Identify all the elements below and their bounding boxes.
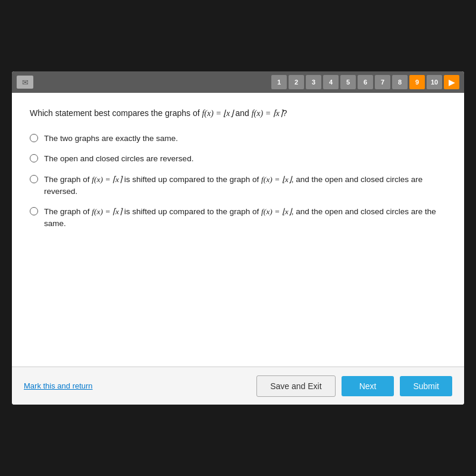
option-4[interactable]: The graph of f(x) = ⌈x⌉ is shifted up co… bbox=[30, 206, 446, 230]
option-3[interactable]: The graph of f(x) = ⌈x⌉ is shifted up co… bbox=[30, 174, 446, 198]
func1-label: f(x) = ⌊x⌋ bbox=[202, 109, 233, 118]
mark-return-link[interactable]: Mark this and return bbox=[24, 381, 93, 390]
nav-btn-7[interactable]: 7 bbox=[375, 75, 390, 89]
nav-btn-5[interactable]: 5 bbox=[340, 75, 356, 89]
nav-btn-10[interactable]: 10 bbox=[427, 75, 442, 89]
submit-button[interactable]: Submit bbox=[400, 376, 452, 396]
radio-1[interactable] bbox=[30, 134, 38, 142]
save-exit-button[interactable]: Save and Exit bbox=[256, 375, 335, 397]
nav-numbers: 1 2 3 4 5 6 7 8 9 10 ▶ bbox=[271, 75, 459, 89]
radio-4[interactable] bbox=[30, 207, 38, 215]
nav-btn-6[interactable]: 6 bbox=[358, 75, 373, 89]
option-2-text: The open and closed circles are reversed… bbox=[44, 153, 446, 165]
mail-icon[interactable]: ✉ bbox=[17, 76, 33, 89]
nav-btn-9[interactable]: 9 bbox=[409, 75, 425, 89]
bottom-bar: Mark this and return Save and Exit Next … bbox=[12, 367, 464, 405]
option-1-text: The two graphs are exactly the same. bbox=[44, 133, 446, 145]
content-area: Which statement best compares the graphs… bbox=[12, 93, 464, 367]
option-2[interactable]: The open and closed circles are reversed… bbox=[30, 153, 446, 165]
nav-btn-2[interactable]: 2 bbox=[289, 75, 304, 89]
option-1[interactable]: The two graphs are exactly the same. bbox=[30, 133, 446, 145]
quiz-screen: ✉ 1 2 3 4 5 6 7 8 9 10 ▶ Which statement… bbox=[12, 71, 464, 405]
option-4-text: The graph of f(x) = ⌈x⌉ is shifted up co… bbox=[44, 206, 446, 230]
next-button[interactable]: Next bbox=[342, 376, 394, 396]
nav-btn-4[interactable]: 4 bbox=[323, 75, 339, 89]
radio-3[interactable] bbox=[30, 175, 38, 183]
radio-2[interactable] bbox=[30, 154, 38, 162]
nav-btn-1[interactable]: 1 bbox=[271, 75, 287, 89]
nav-btn-3[interactable]: 3 bbox=[306, 75, 321, 89]
nav-next-arrow[interactable]: ▶ bbox=[444, 75, 459, 89]
top-bar: ✉ 1 2 3 4 5 6 7 8 9 10 ▶ bbox=[12, 71, 464, 93]
question-text: Which statement best compares the graphs… bbox=[30, 107, 446, 120]
func2-label: f(x) = ⌈x⌉ bbox=[252, 109, 283, 118]
option-3-text: The graph of f(x) = ⌈x⌉ is shifted up co… bbox=[44, 174, 446, 198]
nav-btn-8[interactable]: 8 bbox=[392, 75, 408, 89]
options-list: The two graphs are exactly the same. The… bbox=[30, 133, 446, 230]
